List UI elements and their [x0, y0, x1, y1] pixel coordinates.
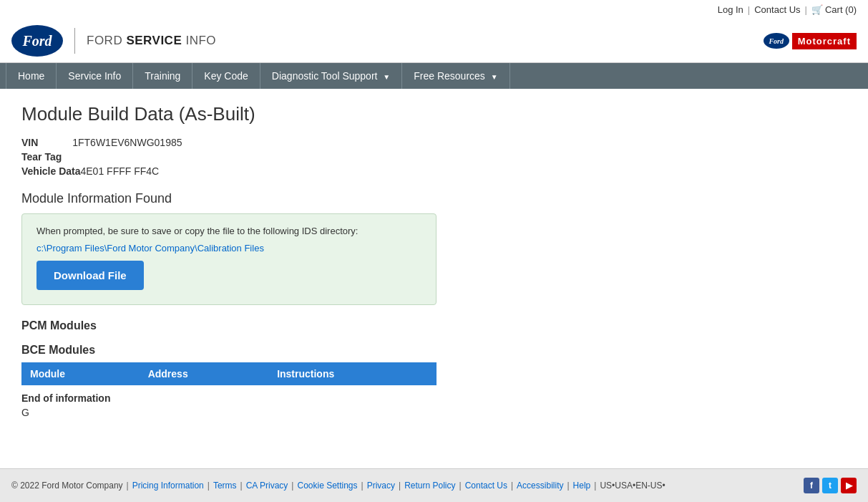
nav-diagnostic-tool-support[interactable]: Diagnostic Tool Support ▼ — [260, 63, 402, 89]
dropdown-arrow-free: ▼ — [491, 73, 498, 81]
contact-link-top[interactable]: Contact Us — [754, 4, 800, 15]
mc-text: Motorcraft — [792, 33, 857, 49]
sep2: | — [805, 4, 807, 15]
g-text: G — [21, 407, 623, 418]
page-title: Module Build Data (As-Built) — [21, 103, 623, 125]
login-link[interactable]: Log In — [718, 4, 743, 15]
pcm-heading: PCM Modules — [21, 319, 623, 332]
cart-link[interactable]: Cart (0) — [825, 4, 857, 15]
cart-icon: 🛒 — [811, 4, 823, 15]
module-table: Module Address Instructions — [21, 362, 437, 385]
nav-home[interactable]: Home — [6, 63, 57, 89]
main-content: Module Build Data (As-Built) VIN 1FT6W1E… — [0, 89, 644, 447]
table-header-row: Module Address Instructions — [21, 362, 437, 385]
vehicle-data-value: 4E01 FFFF FF4C — [81, 165, 160, 177]
nav-free-resources[interactable]: Free Resources ▼ — [402, 63, 509, 89]
nav-key-code[interactable]: Key Code — [192, 63, 260, 89]
nav-training[interactable]: Training — [133, 63, 192, 89]
col-module: Module — [21, 362, 140, 385]
vin-block: VIN 1FT6W1EV6NWG01985 — [21, 137, 623, 148]
logo-divider — [74, 28, 75, 54]
header: Ford FORD SERVICE INFO Ford Motorcraft — [0, 19, 868, 63]
vin-value: 1FT6W1EV6NWG01985 — [72, 137, 182, 148]
ford-oval-logo: Ford — [11, 25, 63, 57]
col-instructions: Instructions — [268, 362, 437, 385]
mc-ford-oval: Ford — [764, 33, 789, 49]
vehicle-data-label: Vehicle Data — [21, 165, 81, 177]
top-bar: Log In | Contact Us | 🛒 Cart (0) — [0, 0, 868, 19]
site-title: FORD SERVICE INFO — [87, 34, 216, 48]
vin-label: VIN — [21, 137, 38, 148]
main-nav: Home Service Info Training Key Code Diag… — [0, 63, 868, 89]
module-info-heading: Module Information Found — [21, 191, 623, 206]
logo-area: Ford FORD SERVICE INFO — [11, 25, 216, 57]
info-box: When prompted, be sure to save or copy t… — [21, 213, 437, 305]
info-box-text: When prompted, be sure to save or copy t… — [36, 226, 421, 236]
bce-heading: BCE Modules — [21, 344, 623, 357]
motorcraft-logo: Ford Motorcraft — [764, 33, 857, 49]
end-of-information: End of information — [21, 392, 623, 404]
sep1: | — [748, 4, 750, 15]
col-address: Address — [140, 362, 269, 385]
dropdown-arrow-diag: ▼ — [383, 73, 390, 81]
tear-tag: Tear Tag — [21, 151, 623, 163]
download-file-button[interactable]: Download File — [36, 261, 144, 290]
ids-path-link[interactable]: c:\Program Files\Ford Motor Company\Cali… — [36, 243, 264, 254]
nav-service-info[interactable]: Service Info — [57, 63, 133, 89]
vehicle-data: Vehicle Data4E01 FFFF FF4C — [21, 165, 623, 177]
